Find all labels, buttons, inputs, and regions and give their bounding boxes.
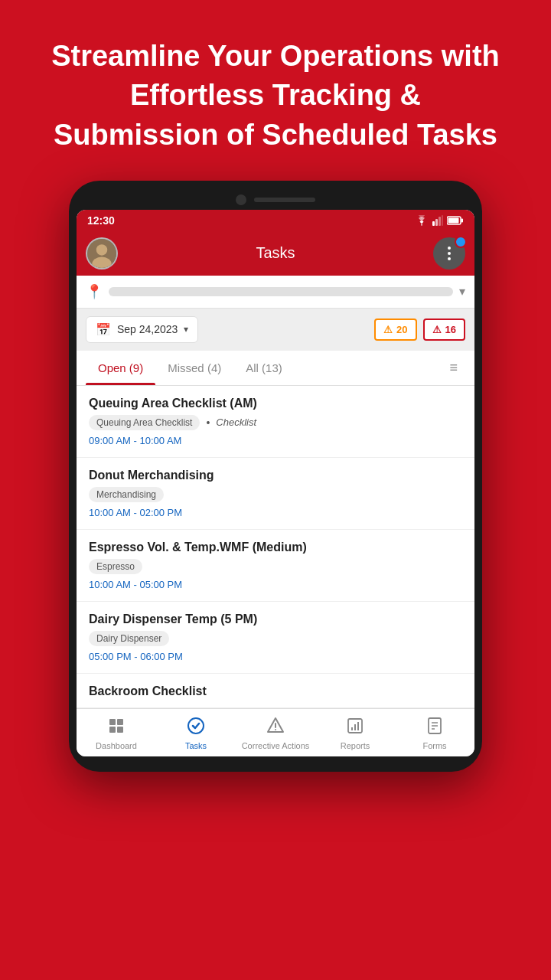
battery-icon <box>447 216 464 225</box>
tasks-icon <box>187 717 205 738</box>
calendar-icon: 📅 <box>96 322 111 337</box>
task-item-3[interactable]: Espresso Vol. & Temp.WMF (Medium) Espres… <box>77 530 474 602</box>
svg-rect-21 <box>357 722 359 730</box>
nav-tasks-label: Tasks <box>185 741 207 750</box>
svg-rect-12 <box>109 727 116 733</box>
phone-notch <box>77 194 474 205</box>
svg-point-17 <box>275 729 276 730</box>
hero-headline: Streamline Your Operations with Effortle… <box>46 37 505 155</box>
svg-point-8 <box>96 244 107 255</box>
signal-icon <box>432 215 443 226</box>
task-tag-3: Espresso <box>89 559 142 574</box>
reports-icon <box>346 717 364 738</box>
avatar-image <box>87 239 116 268</box>
svg-rect-2 <box>439 217 441 226</box>
task-tags-1: Queuing Area Checklist • Checklist <box>89 415 462 430</box>
corrective-actions-icon <box>266 717 285 738</box>
phone-speaker <box>254 198 315 202</box>
location-input-placeholder[interactable] <box>109 287 453 296</box>
svg-rect-5 <box>461 218 464 222</box>
hero-section: Streamline Your Operations with Effortle… <box>0 0 551 173</box>
alert-badges: ⚠ 20 ⚠ 16 <box>374 318 465 341</box>
nav-reports[interactable]: Reports <box>315 709 395 756</box>
task-time-1: 09:00 AM - 10:00 AM <box>89 435 462 446</box>
date-picker-button[interactable]: 📅 Sep 24,2023 ▾ <box>86 316 198 343</box>
nav-dashboard[interactable]: Dashboard <box>77 709 156 756</box>
task-title-5: Backroom Checklist <box>89 684 462 698</box>
tab-all[interactable]: All (13) <box>233 351 295 385</box>
svg-rect-1 <box>435 219 438 226</box>
task-time-2: 10:00 AM - 02:00 PM <box>89 507 462 518</box>
task-tag-type-1: Checklist <box>216 416 256 428</box>
svg-rect-13 <box>117 727 123 733</box>
notification-badge <box>455 236 467 248</box>
task-title-1: Queuing Area Checklist (AM) <box>89 397 462 410</box>
task-item-1[interactable]: Queuing Area Checklist (AM) Queuing Area… <box>77 386 474 458</box>
task-tag-1: Queuing Area Checklist <box>89 415 200 430</box>
app-bar-title: Tasks <box>126 244 425 262</box>
location-dropdown-icon[interactable]: ▾ <box>459 284 465 299</box>
dot-3 <box>448 257 451 260</box>
task-title-3: Espresso Vol. & Temp.WMF (Medium) <box>89 541 462 554</box>
alert-red-count: 16 <box>445 324 456 335</box>
alert-orange-icon: ⚠ <box>383 324 393 335</box>
nav-reports-label: Reports <box>341 741 370 750</box>
phone-camera <box>236 194 246 205</box>
svg-rect-6 <box>448 217 459 223</box>
task-time-4: 05:00 PM - 06:00 PM <box>89 651 462 662</box>
task-list: Queuing Area Checklist (AM) Queuing Area… <box>77 386 474 708</box>
nav-forms-label: Forms <box>422 741 446 750</box>
date-filter-bar: 📅 Sep 24,2023 ▾ ⚠ 20 ⚠ 16 <box>77 309 474 351</box>
svg-rect-0 <box>432 221 435 226</box>
task-tag-2: Merchandising <box>89 487 164 502</box>
svg-rect-10 <box>109 719 116 725</box>
wifi-icon <box>415 215 429 226</box>
task-item-2[interactable]: Donut Merchandising Merchandising 10:00 … <box>77 458 474 530</box>
forms-icon <box>425 717 444 738</box>
task-time-3: 10:00 AM - 05:00 PM <box>89 579 462 590</box>
task-item-5[interactable]: Backroom Checklist <box>77 674 474 708</box>
alert-red-icon: ⚠ <box>432 324 442 335</box>
tab-missed[interactable]: Missed (4) <box>155 351 233 385</box>
app-bar: Tasks <box>77 231 474 276</box>
svg-rect-20 <box>354 724 356 730</box>
phone-screen: 12:30 <box>77 210 474 756</box>
bottom-nav: Dashboard Tasks <box>77 708 474 756</box>
phone-mockup: 12:30 <box>0 173 551 772</box>
alert-badge-red[interactable]: ⚠ 16 <box>423 318 465 341</box>
location-bar[interactable]: 📍 ▾ <box>77 276 474 309</box>
date-picker-label: Sep 24,2023 <box>117 323 178 335</box>
date-picker-chevron: ▾ <box>184 324 188 335</box>
task-title-2: Donut Merchandising <box>89 469 462 482</box>
task-tag-dot-1: • <box>206 416 210 429</box>
dot-2 <box>448 252 451 255</box>
svg-rect-11 <box>117 719 123 725</box>
status-icons <box>415 215 464 226</box>
location-pin-icon: 📍 <box>86 283 103 300</box>
tab-open[interactable]: Open (9) <box>86 351 155 385</box>
task-item-4[interactable]: Dairy Dispenser Temp (5 PM) Dairy Dispen… <box>77 602 474 674</box>
nav-dashboard-label: Dashboard <box>96 741 137 750</box>
status-bar: 12:30 <box>77 210 474 231</box>
nav-corrective-actions[interactable]: Corrective Actions <box>236 709 315 756</box>
task-tags-4: Dairy Dispenser <box>89 631 462 646</box>
filter-icon[interactable]: ≡ <box>442 352 465 384</box>
task-title-4: Dairy Dispenser Temp (5 PM) <box>89 612 462 626</box>
svg-rect-3 <box>442 215 443 226</box>
tabs-bar: Open (9) Missed (4) All (13) ≡ <box>77 351 474 386</box>
alert-orange-count: 20 <box>396 324 407 335</box>
nav-forms[interactable]: Forms <box>395 709 474 756</box>
nav-tasks[interactable]: Tasks <box>156 709 236 756</box>
task-tags-2: Merchandising <box>89 487 462 502</box>
menu-dots <box>448 247 451 260</box>
dashboard-icon <box>107 717 126 738</box>
alert-badge-orange[interactable]: ⚠ 20 <box>374 318 416 341</box>
phone-body: 12:30 <box>69 181 482 772</box>
avatar[interactable] <box>86 237 118 270</box>
menu-button-container <box>433 237 465 270</box>
nav-corrective-label: Corrective Actions <box>242 741 310 750</box>
status-time: 12:30 <box>87 214 115 227</box>
task-tag-4: Dairy Dispenser <box>89 631 169 646</box>
task-tags-3: Espresso <box>89 559 462 574</box>
dot-1 <box>448 247 451 250</box>
